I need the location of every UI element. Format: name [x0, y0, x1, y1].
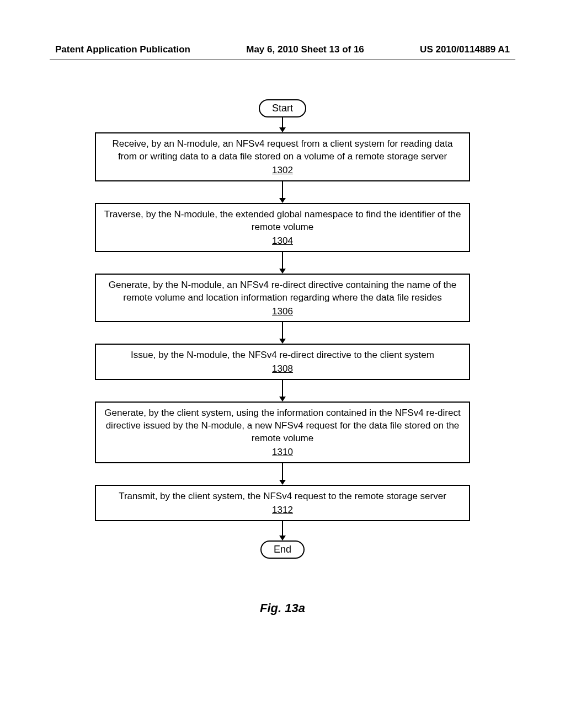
step-1312: Transmit, by the client system, the NFSv…	[95, 485, 470, 521]
step-text: Issue, by the N-module, the NFSv4 re-dir…	[104, 349, 461, 362]
arrow	[279, 463, 286, 485]
arrow	[279, 322, 286, 344]
step-1308: Issue, by the N-module, the NFSv4 re-dir…	[95, 344, 470, 380]
arrow	[279, 252, 286, 274]
arrow	[279, 521, 286, 540]
step-number: 1308	[272, 363, 293, 376]
step-1302: Receive, by an N-module, an NFSv4 reques…	[95, 132, 470, 181]
end-terminal: End	[260, 540, 305, 559]
step-number: 1310	[272, 446, 293, 459]
page-header: Patent Application Publication May 6, 20…	[0, 44, 565, 55]
figure-caption: Fig. 13a	[0, 601, 565, 615]
step-text: Generate, by the N-module, an NFSv4 re-d…	[104, 279, 461, 304]
step-number: 1306	[272, 306, 293, 318]
step-text: Generate, by the client system, using th…	[104, 407, 461, 445]
step-number: 1304	[272, 235, 293, 248]
step-text: Receive, by an N-module, an NFSv4 reques…	[104, 138, 461, 163]
header-left: Patent Application Publication	[55, 44, 190, 55]
start-terminal: Start	[259, 99, 306, 117]
step-text: Transmit, by the client system, the NFSv…	[104, 490, 461, 503]
header-center: May 6, 2010 Sheet 13 of 16	[246, 44, 364, 55]
arrow	[279, 380, 286, 402]
arrow	[279, 181, 286, 203]
header-right: US 2010/0114889 A1	[420, 44, 510, 55]
header-rule	[50, 60, 515, 60]
step-number: 1312	[272, 504, 293, 517]
step-number: 1302	[272, 164, 293, 177]
step-1306: Generate, by the N-module, an NFSv4 re-d…	[95, 274, 470, 323]
arrow	[279, 117, 286, 132]
step-1310: Generate, by the client system, using th…	[95, 402, 470, 463]
step-text: Traverse, by the N-module, the extended …	[104, 208, 461, 234]
step-1304: Traverse, by the N-module, the extended …	[95, 203, 470, 252]
flowchart: StartReceive, by an N-module, an NFSv4 r…	[95, 99, 470, 559]
